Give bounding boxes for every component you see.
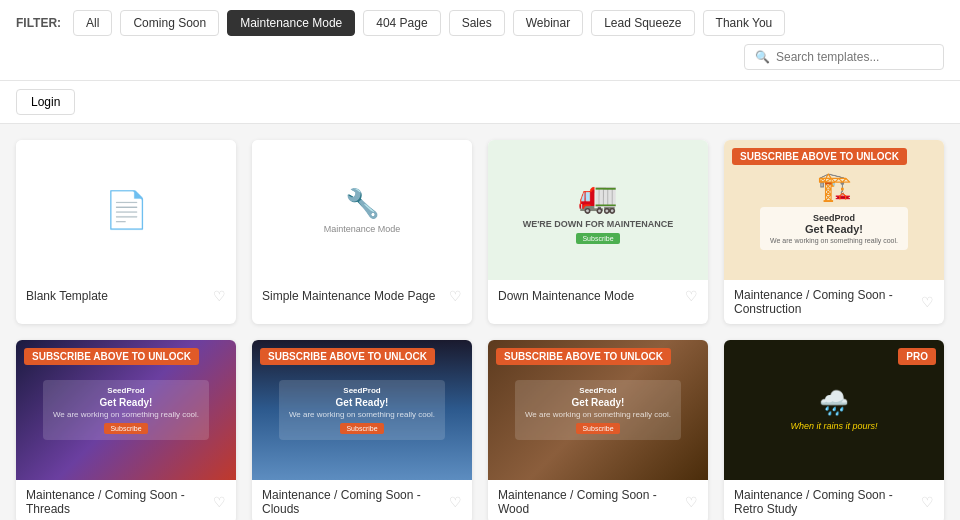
card-title: Maintenance / Coming Soon - Threads: [26, 488, 213, 516]
card-thumb-blank: 📄: [16, 140, 236, 280]
card-thumb-retro: PRO 🌧️ When it rains it pours!: [724, 340, 944, 480]
card-thumb-construction: SUBSCRIBE ABOVE TO UNLOCK 🏗️ SeedProd Ge…: [724, 140, 944, 280]
card-footer: Simple Maintenance Mode Page ♡: [252, 280, 472, 312]
card-footer: Maintenance / Coming Soon - Threads ♡: [16, 480, 236, 520]
template-grid: 📄 Blank Template ♡ 🔧 Maintenance Mode Si…: [0, 124, 960, 520]
card-footer: Maintenance / Coming Soon - Retro Study …: [724, 480, 944, 520]
filter-coming-soon[interactable]: Coming Soon: [120, 10, 219, 36]
wrench-icon: 🔧: [345, 187, 380, 220]
card-title: Maintenance / Coming Soon - Wood: [498, 488, 685, 516]
filter-all[interactable]: All: [73, 10, 112, 36]
rain-icon: 🌧️: [819, 389, 849, 417]
card-title: Maintenance / Coming Soon - Clouds: [262, 488, 449, 516]
card-footer: Down Maintenance Mode ♡: [488, 280, 708, 312]
card-title: Simple Maintenance Mode Page: [262, 289, 435, 303]
card-thumb-simple-maintenance: 🔧 Maintenance Mode: [252, 140, 472, 280]
heart-icon[interactable]: ♡: [449, 288, 462, 304]
subscribe-badge-clouds: SUBSCRIBE ABOVE TO UNLOCK: [260, 348, 435, 365]
heart-icon[interactable]: ♡: [921, 494, 934, 510]
card-thumb-wood: SUBSCRIBE ABOVE TO UNLOCK SeedProd Get R…: [488, 340, 708, 480]
template-card-blank[interactable]: 📄 Blank Template ♡: [16, 140, 236, 324]
template-card-clouds[interactable]: SUBSCRIBE ABOVE TO UNLOCK SeedProd Get R…: [252, 340, 472, 520]
card-footer: Maintenance / Coming Soon - Clouds ♡: [252, 480, 472, 520]
card-thumb-clouds: SUBSCRIBE ABOVE TO UNLOCK SeedProd Get R…: [252, 340, 472, 480]
template-card-wood[interactable]: SUBSCRIBE ABOVE TO UNLOCK SeedProd Get R…: [488, 340, 708, 520]
search-icon: 🔍: [755, 50, 770, 64]
heart-icon[interactable]: ♡: [213, 494, 226, 510]
card-thumb-threads: SUBSCRIBE ABOVE TO UNLOCK SeedProd Get R…: [16, 340, 236, 480]
filter-webinar[interactable]: Webinar: [513, 10, 583, 36]
top-bar: FILTER: All Coming Soon Maintenance Mode…: [0, 0, 960, 81]
second-bar: Login: [0, 81, 960, 124]
template-card-down-maintenance[interactable]: 🚛 WE'RE DOWN FOR MAINTENANCE Subscribe D…: [488, 140, 708, 324]
search-box: 🔍: [744, 44, 944, 70]
card-footer: Maintenance / Coming Soon - Construction…: [724, 280, 944, 324]
heart-icon[interactable]: ♡: [685, 494, 698, 510]
card-title: Down Maintenance Mode: [498, 289, 634, 303]
template-card-retro[interactable]: PRO 🌧️ When it rains it pours! Maintenan…: [724, 340, 944, 520]
card-title: Maintenance / Coming Soon - Retro Study: [734, 488, 921, 516]
maintenance-text: Maintenance Mode: [324, 224, 401, 234]
filter-lead-squeeze[interactable]: Lead Squeeze: [591, 10, 694, 36]
subscribe-badge-wood: SUBSCRIBE ABOVE TO UNLOCK: [496, 348, 671, 365]
down-text: WE'RE DOWN FOR MAINTENANCE: [523, 219, 674, 229]
subscribe-badge-construction: SUBSCRIBE ABOVE TO UNLOCK: [732, 148, 907, 165]
card-thumb-down: 🚛 WE'RE DOWN FOR MAINTENANCE Subscribe: [488, 140, 708, 280]
rain-text: When it rains it pours!: [782, 421, 885, 431]
filter-maintenance-mode[interactable]: Maintenance Mode: [227, 10, 355, 36]
login-button[interactable]: Login: [16, 89, 75, 115]
heart-icon[interactable]: ♡: [449, 494, 462, 510]
filter-404[interactable]: 404 Page: [363, 10, 440, 36]
template-card-simple-maintenance[interactable]: 🔧 Maintenance Mode Simple Maintenance Mo…: [252, 140, 472, 324]
card-title: Blank Template: [26, 289, 108, 303]
file-icon: 📄: [104, 189, 149, 231]
heart-icon[interactable]: ♡: [213, 288, 226, 304]
card-title: Maintenance / Coming Soon - Construction: [734, 288, 921, 316]
filter-sales[interactable]: Sales: [449, 10, 505, 36]
mini-card-construction: SeedProd Get Ready! We are working on so…: [760, 207, 908, 250]
filter-label: FILTER:: [16, 16, 61, 30]
filter-thank-you[interactable]: Thank You: [703, 10, 786, 36]
pro-badge: PRO: [898, 348, 936, 365]
heart-icon[interactable]: ♡: [685, 288, 698, 304]
search-input[interactable]: [776, 50, 933, 64]
card-footer: Maintenance / Coming Soon - Wood ♡: [488, 480, 708, 520]
subscribe-badge-threads: SUBSCRIBE ABOVE TO UNLOCK: [24, 348, 199, 365]
card-footer: Blank Template ♡: [16, 280, 236, 312]
template-card-threads[interactable]: SUBSCRIBE ABOVE TO UNLOCK SeedProd Get R…: [16, 340, 236, 520]
heart-icon[interactable]: ♡: [921, 294, 934, 310]
template-card-construction[interactable]: SUBSCRIBE ABOVE TO UNLOCK 🏗️ SeedProd Ge…: [724, 140, 944, 324]
